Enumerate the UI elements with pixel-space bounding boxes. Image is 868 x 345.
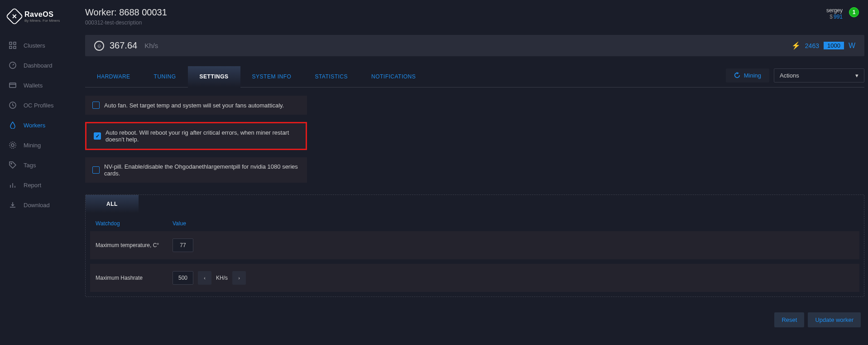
watchdog-box: ALL Watchdog Value Maximum temperature, … [85, 194, 864, 297]
nvpill-checkbox[interactable] [92, 166, 100, 174]
tab-tuning[interactable]: TUNING [142, 66, 188, 87]
actions-label: Actions [780, 72, 799, 79]
grid-icon [8, 41, 17, 50]
brand-name: RaveOS [24, 10, 60, 19]
hash-unit-prev[interactable]: ‹ [198, 271, 211, 285]
sidebar-item-workers[interactable]: Workers [0, 115, 82, 135]
power-display: ⚡ 2463 1000 W [791, 41, 855, 50]
sidebar-item-label: Mining [24, 142, 41, 149]
reset-button[interactable]: Reset [774, 312, 804, 327]
autoreboot-label: Auto reboot. Will reboot your rig after … [106, 129, 298, 143]
topbar: Worker: 8688 00031 000312-test-descripti… [82, 0, 868, 29]
smile-icon: ☺ [94, 41, 104, 51]
watchdog-row-maxhash: Maximum Hashrate ‹ KH/s › [90, 264, 859, 292]
bolt-icon: ⚡ [791, 41, 801, 50]
svg-point-11 [11, 163, 12, 164]
setting-autoreboot: Auto reboot. Will reboot your rig after … [85, 122, 307, 150]
svg-rect-0 [10, 42, 12, 44]
autofan-label: Auto fan. Set target temp and system wil… [104, 102, 284, 109]
user-area: sergey $991 1 [826, 7, 859, 26]
watchdog-row-maxtemp: Maximum temperature, C° [90, 231, 859, 259]
power-value-2: 1000 [824, 42, 844, 49]
tab-statistics[interactable]: STATISTICS [303, 66, 360, 87]
watchdog-header: Watchdog Value [86, 213, 864, 231]
drop-icon [8, 121, 17, 130]
tag-icon [8, 160, 17, 170]
svg-point-10 [10, 142, 16, 148]
dollar-sign: $ [830, 14, 833, 20]
sidebar-item-label: Download [24, 202, 50, 209]
user-balance[interactable]: $991 [826, 14, 843, 20]
wallet-icon [8, 81, 17, 90]
sidebar-item-label: Report [24, 182, 41, 189]
svg-line-5 [13, 64, 14, 65]
sidebar-item-clusters[interactable]: Clusters [0, 35, 82, 55]
autofan-checkbox[interactable] [92, 102, 100, 109]
maxhash-input[interactable] [173, 271, 193, 285]
watt-label: W [849, 42, 855, 50]
download-icon [8, 200, 17, 209]
hash-unit-next[interactable]: › [232, 271, 246, 285]
hashrate-value: 367.64 [110, 40, 137, 51]
sidebar-item-mining[interactable]: Mining [0, 135, 82, 155]
sidebar-item-label: Dashboard [24, 62, 53, 69]
setting-autofan: Auto fan. Set target temp and system wil… [85, 96, 307, 115]
svg-rect-6 [10, 83, 16, 87]
sidebar-item-dashboard[interactable]: Dashboard [0, 55, 82, 75]
clock-icon [8, 101, 17, 110]
sidebar-item-label: Tags [24, 162, 36, 169]
hashrate-unit: Kh/s [144, 42, 158, 49]
brand-logo-icon: ✕ [5, 7, 24, 25]
tab-notifications[interactable]: NOTIFICATIONS [360, 66, 427, 87]
col-watchdog: Watchdog [96, 220, 173, 227]
chevron-down-icon: ▾ [855, 72, 858, 79]
page-title: Worker: 8688 00031 [85, 7, 167, 18]
stat-card: ☺ 367.64 Kh/s ⚡ 2463 1000 W [85, 35, 864, 56]
hashrate-display: ☺ 367.64 Kh/s [94, 40, 158, 51]
tab-bar: HARDWARE TUNING SETTINGS SYSTEM INFO STA… [85, 66, 864, 87]
hash-unit-label: KH/s [216, 275, 228, 281]
main-nav: Clusters Dashboard Wallets OC Profiles W… [0, 35, 82, 215]
maxtemp-input[interactable] [173, 238, 193, 252]
brand: ✕ RaveOS By Miners. For Miners [0, 5, 82, 31]
sidebar-item-wallets[interactable]: Wallets [0, 75, 82, 95]
chart-icon [8, 180, 17, 190]
footer-actions: Reset Update worker [85, 312, 861, 327]
sidebar-item-ocprofiles[interactable]: OC Profiles [0, 95, 82, 115]
setting-nvpill: NV-pill. Enable/disable the Ohgodanethla… [85, 157, 307, 183]
settings-panel: Auto fan. Set target temp and system wil… [85, 96, 864, 327]
sidebar: ✕ RaveOS By Miners. For Miners Clusters … [0, 0, 82, 345]
gear-icon [8, 141, 17, 150]
maxtemp-label: Maximum temperature, C° [96, 242, 173, 248]
tab-hardware[interactable]: HARDWARE [85, 66, 142, 87]
nvpill-label: NV-pill. Enable/disable the Ohgodanethla… [104, 163, 300, 177]
sidebar-item-label: OC Profiles [24, 102, 53, 109]
main-content: Worker: 8688 00031 000312-test-descripti… [82, 0, 868, 345]
maxhash-label: Maximum Hashrate [96, 275, 173, 281]
notification-badge[interactable]: 1 [849, 7, 859, 17]
sidebar-item-label: Clusters [24, 42, 45, 49]
mining-label: Mining [744, 72, 761, 79]
svg-rect-2 [10, 46, 12, 49]
user-name[interactable]: sergey [826, 7, 843, 14]
mining-status-button[interactable]: Mining [726, 68, 769, 83]
page-subtitle: 000312-test-description [85, 19, 167, 26]
autoreboot-checkbox[interactable] [94, 132, 101, 140]
tab-settings[interactable]: SETTINGS [188, 66, 240, 87]
actions-dropdown[interactable]: Actions ▾ [774, 68, 864, 83]
sidebar-item-tags[interactable]: Tags [0, 155, 82, 175]
power-value-1: 2463 [805, 42, 819, 49]
sidebar-item-report[interactable]: Report [0, 175, 82, 195]
sidebar-item-download[interactable]: Download [0, 195, 82, 215]
tab-all[interactable]: ALL [86, 195, 139, 213]
svg-point-9 [11, 144, 14, 146]
update-worker-button[interactable]: Update worker [808, 312, 861, 327]
sync-icon [734, 72, 740, 78]
sidebar-item-label: Workers [24, 122, 45, 129]
tab-systeminfo[interactable]: SYSTEM INFO [240, 66, 303, 87]
gauge-icon [8, 61, 17, 70]
sidebar-item-label: Wallets [24, 82, 43, 89]
brand-tagline: By Miners. For Miners [24, 19, 60, 23]
col-value: Value [173, 220, 186, 227]
svg-rect-1 [14, 42, 16, 44]
